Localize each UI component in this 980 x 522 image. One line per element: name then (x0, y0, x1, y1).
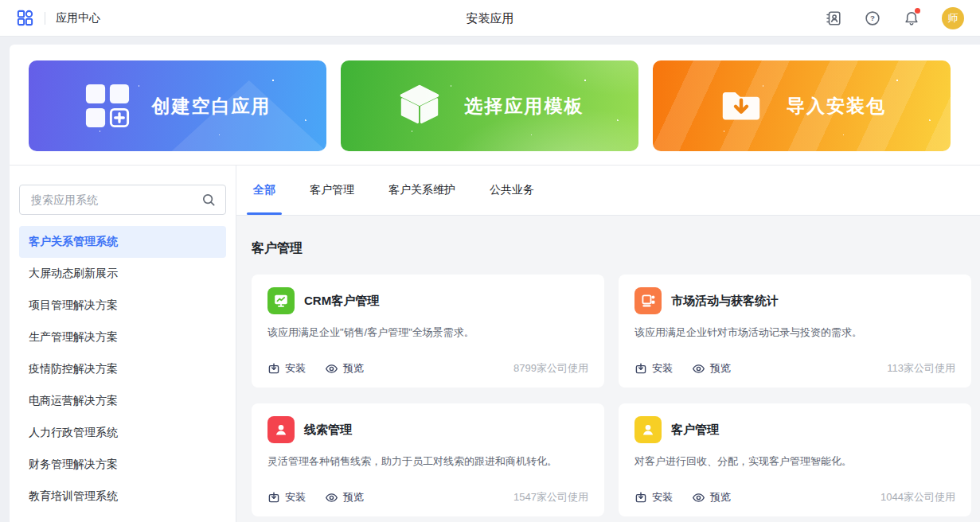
cube-icon (396, 82, 443, 130)
app-center-label: 应用中心 (56, 11, 100, 25)
install-label: 安装 (285, 490, 306, 504)
sidebar-item-finance[interactable]: 财务管理解决方案 (19, 449, 226, 481)
apps-grid-icon[interactable] (16, 9, 34, 27)
usage-count: 1044家公司使用 (880, 490, 955, 504)
preview-label: 预览 (343, 490, 364, 504)
page-title: 安装应用 (467, 10, 514, 25)
sidebar-item-education[interactable]: 教育培训管理系统 (19, 481, 226, 512)
app-card-customer: 客户管理 对客户进行回收、分配，实现客户管理智能化。 安装 (619, 403, 971, 516)
search-icon[interactable] (201, 193, 216, 207)
preview-label: 预览 (710, 361, 731, 376)
install-button[interactable]: 安装 (267, 361, 306, 376)
card-description: 对客户进行回收、分配，实现客户管理智能化。 (634, 454, 955, 469)
sidebar-item-epidemic[interactable]: 疫情防控解决方案 (19, 353, 226, 385)
contacts-book-icon[interactable] (825, 10, 842, 27)
sidebar: 客户关系管理系统 大屏动态刷新展示 项目管理解决方案 生产管理解决方案 疫情防控… (10, 166, 236, 522)
preview-label: 预览 (710, 490, 731, 504)
usage-count: 1547家公司使用 (513, 490, 588, 504)
folder-download-icon (717, 82, 765, 130)
install-button[interactable]: 安装 (634, 490, 673, 504)
choose-template-banner[interactable]: 选择应用模板 (341, 60, 638, 151)
search-input[interactable] (29, 193, 201, 207)
tab-customer-management[interactable]: 客户管理 (310, 166, 354, 215)
card-title: 线索管理 (304, 423, 352, 438)
tab-customer-relations[interactable]: 客户关系维护 (388, 166, 455, 215)
user-avatar[interactable]: 师 (942, 7, 964, 29)
card-title: 市场活动与获客统计 (671, 294, 779, 309)
tab-bar: 全部 客户管理 客户关系维护 公共业务 (236, 166, 980, 216)
sidebar-item-bigscreen[interactable]: 大屏动态刷新展示 (19, 258, 226, 290)
card-footer: 安装 预览 8799家公司使用 (267, 361, 588, 376)
section-title: 客户管理 (252, 240, 971, 257)
sidebar-item-project[interactable]: 项目管理解决方案 (19, 290, 226, 321)
install-icon (267, 491, 280, 504)
top-header: 应用中心 安装应用 ? (0, 0, 980, 37)
header-right: ? 师 (825, 7, 964, 29)
card-description: 灵活管理各种销售线索，助力于员工对线索的跟进和商机转化。 (267, 454, 588, 469)
preview-button[interactable]: 预览 (692, 490, 731, 504)
install-label: 安装 (652, 490, 673, 504)
header-left: 应用中心 (16, 9, 100, 27)
person-icon (634, 416, 662, 443)
usage-count: 113家公司使用 (887, 361, 955, 376)
install-button[interactable]: 安装 (634, 361, 673, 376)
app-center-page: 应用中心 安装应用 ? (0, 0, 980, 522)
banner-label: 创建空白应用 (152, 94, 271, 119)
card-head: 线索管理 (267, 416, 588, 443)
card-scroll-area[interactable]: 客户管理 (236, 216, 980, 522)
card-footer: 安装 预览 113家公司使用 (634, 361, 955, 376)
card-grid: CRM客户管理 该应用满足企业"销售/客户管理"全场景需求。 安装 (252, 275, 971, 516)
install-icon (267, 362, 280, 375)
sidebar-item-production[interactable]: 生产管理解决方案 (19, 321, 226, 353)
card-head: CRM客户管理 (267, 287, 588, 314)
preview-button[interactable]: 预览 (325, 361, 364, 376)
preview-eye-icon (692, 362, 705, 376)
banner-row: 创建空白应用 选择应用模板 导入安装包 (10, 45, 980, 164)
app-card-crm: CRM客户管理 该应用满足企业"销售/客户管理"全场景需求。 安装 (252, 275, 604, 388)
sidebar-item-inventory[interactable]: 进销存管理系统 (19, 512, 226, 522)
card-head: 客户管理 (634, 416, 955, 443)
help-icon[interactable]: ? (864, 10, 881, 27)
main-panel: 创建空白应用 选择应用模板 导入安装包 (10, 45, 980, 522)
svg-text:?: ? (870, 14, 875, 22)
card-title: 客户管理 (671, 423, 719, 438)
app-card-marketing: 市场活动与获客统计 该应用满足企业针对市场活动记录与投资的需求。 安装 (619, 275, 971, 388)
header-divider (45, 12, 45, 25)
banner-label: 选择应用模板 (465, 94, 584, 119)
card-head: 市场活动与获客统计 (634, 287, 955, 314)
card-description: 该应用满足企业针对市场活动记录与投资的需求。 (634, 325, 955, 341)
create-blank-app-banner[interactable]: 创建空白应用 (29, 60, 326, 151)
banner-label: 导入安装包 (787, 94, 886, 119)
preview-eye-icon (325, 362, 338, 376)
install-label: 安装 (652, 361, 673, 376)
preview-eye-icon (692, 491, 705, 504)
notification-bell-icon[interactable] (903, 10, 920, 27)
usage-count: 8799家公司使用 (513, 361, 588, 376)
install-button[interactable]: 安装 (267, 490, 306, 504)
sidebar-item-crm-system[interactable]: 客户关系管理系统 (19, 226, 226, 258)
card-title: CRM客户管理 (304, 294, 379, 309)
tab-all[interactable]: 全部 (253, 166, 275, 215)
install-icon (634, 362, 647, 375)
install-icon (634, 491, 647, 504)
preview-eye-icon (325, 491, 338, 504)
monitor-chart-icon (267, 287, 295, 314)
search-box (19, 185, 226, 215)
preview-button[interactable]: 预览 (325, 490, 364, 504)
sidebar-item-ecommerce[interactable]: 电商运营解决方案 (19, 385, 226, 417)
card-footer: 安装 预览 1044家公司使用 (634, 490, 955, 504)
tab-public-business[interactable]: 公共业务 (490, 166, 534, 215)
sidebar-item-hr[interactable]: 人力行政管理系统 (19, 417, 226, 449)
app-card-leads: 线索管理 灵活管理各种销售线索，助力于员工对线索的跟进和商机转化。 安装 (252, 403, 604, 516)
dashboard-icon (634, 287, 662, 314)
import-package-banner[interactable]: 导入安装包 (653, 60, 951, 151)
install-label: 安装 (285, 361, 306, 376)
person-icon (267, 416, 295, 443)
category-list: 客户关系管理系统 大屏动态刷新展示 项目管理解决方案 生产管理解决方案 疫情防控… (19, 226, 226, 522)
lower-section: 客户关系管理系统 大屏动态刷新展示 项目管理解决方案 生产管理解决方案 疫情防控… (10, 165, 980, 522)
notification-badge-dot (915, 8, 920, 14)
preview-button[interactable]: 预览 (692, 361, 731, 376)
preview-label: 预览 (343, 361, 364, 376)
content-area: 全部 客户管理 客户关系维护 公共业务 客户管理 (236, 166, 980, 522)
grid-plus-icon (84, 83, 131, 129)
